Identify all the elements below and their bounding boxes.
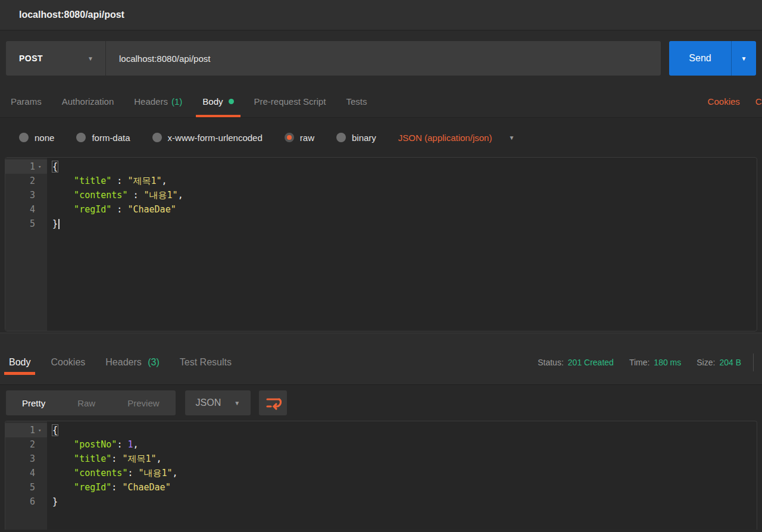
code-token: { [52, 161, 58, 172]
tab-authorization[interactable]: Authorization [52, 86, 124, 117]
response-tab-cookies[interactable]: Cookies [48, 357, 88, 368]
time-badge: Time: 180 ms [629, 358, 681, 367]
tab-params[interactable]: Params [1, 86, 52, 117]
code-line[interactable]: 4 "contents": "내용1", [5, 466, 757, 480]
tab-tests-label: Tests [346, 96, 367, 107]
time-value: 180 ms [654, 358, 681, 367]
fold-caret-icon[interactable]: ▾ [38, 159, 41, 174]
preview-button[interactable]: Preview [111, 390, 175, 415]
code-line[interactable]: 1▾{ [5, 159, 757, 174]
method-dropdown[interactable]: POST ▼ [6, 41, 106, 76]
code-token: "contents" [52, 468, 127, 478]
tab-headers-count: (1) [171, 96, 182, 107]
mode-form-data[interactable]: form-data [76, 133, 130, 143]
code-line[interactable]: 3 "contents" : "내용1", [5, 188, 757, 202]
code-line[interactable]: 3 "title": "제목1", [5, 452, 757, 466]
response-header: Body Cookies Headers (3) Test Results St… [0, 333, 762, 385]
send-options-button[interactable]: ▼ [731, 41, 756, 76]
code-line[interactable]: 2 "title" : "제목1", [5, 174, 757, 188]
code-line[interactable]: 4 "regId" : "ChaeDae" [5, 202, 757, 217]
fold-caret-icon[interactable]: ▾ [38, 423, 41, 437]
send-button[interactable]: Send [669, 41, 731, 76]
line-number[interactable]: 1▾ [5, 159, 47, 174]
body-mode-row: none form-data x-www-form-urlencoded raw… [0, 118, 762, 157]
mode-none[interactable]: none [19, 133, 54, 143]
mode-x-www-form-urlencoded[interactable]: x-www-form-urlencoded [152, 133, 263, 143]
chevron-down-icon: ▼ [88, 55, 93, 62]
size-badge: Size: 204 B [697, 358, 741, 367]
response-tab-test-results[interactable]: Test Results [177, 357, 235, 368]
size-value: 204 B [719, 358, 741, 367]
code-token: , [162, 176, 167, 186]
tab-tests[interactable]: Tests [336, 86, 377, 117]
time-label: Time: [629, 358, 649, 367]
response-toolbar: Pretty Raw Preview JSON ▼ [0, 385, 762, 421]
response-tab-headers[interactable]: Headers (3) [102, 357, 163, 368]
mode-raw-label: raw [300, 133, 314, 143]
code-line[interactable]: 5 "regId": "ChaeDae" [5, 480, 757, 495]
code-token: , [133, 439, 138, 450]
tab-params-label: Params [11, 96, 42, 107]
request-tab-title[interactable]: localhost:8080/api/post [19, 10, 124, 20]
request-code-lines: 1▾{2 "title" : "제목1",3 "contents" : "내용1… [5, 158, 757, 231]
line-number: 2 [5, 174, 47, 188]
raw-button[interactable]: Raw [61, 390, 111, 415]
line-number: 5 [5, 480, 47, 495]
code-token: "postNo" [52, 439, 117, 450]
tab-headers[interactable]: Headers (1) [124, 86, 192, 117]
code-line[interactable]: 2 "postNo": 1, [5, 437, 757, 452]
code-token: : [111, 482, 122, 493]
mode-binary[interactable]: binary [336, 133, 376, 143]
response-tab-cookies-label: Cookies [51, 357, 85, 367]
code-token: } [52, 218, 58, 229]
code-link[interactable]: Co [755, 96, 762, 107]
vertical-divider [753, 353, 754, 371]
code-token: : [111, 176, 127, 186]
radio-icon [152, 133, 162, 142]
response-tabs: Body Cookies Headers (3) Test Results [6, 357, 249, 368]
response-format-label: JSON [196, 398, 221, 408]
tab-body[interactable]: Body [192, 86, 243, 117]
response-tab-body[interactable]: Body [6, 357, 33, 368]
code-token: "ChaeDae" [127, 204, 176, 215]
wrap-lines-button[interactable] [259, 390, 287, 415]
cookies-link[interactable]: Cookies [708, 96, 740, 107]
url-input[interactable] [106, 41, 661, 76]
response-tab-headers-label: Headers [105, 357, 141, 367]
status-value: 201 Created [568, 358, 614, 367]
code-line[interactable]: 5} [5, 217, 757, 231]
response-body-viewer[interactable]: 1▾{2 "postNo": 1,3 "title": "제목1",4 "con… [5, 421, 757, 530]
pretty-button[interactable]: Pretty [6, 390, 61, 415]
code-token: } [52, 496, 58, 507]
line-number: 5 [5, 217, 47, 231]
request-tab-links: Cookies Co [708, 86, 762, 117]
response-format-dropdown[interactable]: JSON ▼ [185, 390, 251, 415]
response-code-lines: 1▾{2 "postNo": 1,3 "title": "제목1",4 "con… [5, 421, 757, 509]
request-body-editor[interactable]: 1▾{2 "title" : "제목1",3 "contents" : "내용1… [5, 157, 757, 331]
code-token: , [178, 190, 183, 201]
chevron-down-icon: ▼ [741, 55, 747, 62]
code-token: "title" [52, 176, 111, 186]
status-badge: Status: 201 Created [538, 358, 614, 367]
text-cursor [58, 219, 60, 229]
chevron-down-icon: ▼ [508, 134, 514, 141]
line-number: 3 [5, 452, 47, 466]
code-token: : [127, 468, 138, 478]
line-number[interactable]: 1▾ [5, 423, 47, 437]
code-token: , [157, 453, 162, 464]
code-line[interactable]: 6} [5, 495, 757, 509]
code-token: "내용1" [144, 190, 178, 201]
content-type-label: JSON (application/json) [398, 133, 492, 143]
response-meta: Status: 201 Created Time: 180 ms Size: 2… [522, 353, 754, 371]
content-type-dropdown[interactable]: JSON (application/json) ▼ [398, 133, 514, 143]
mode-raw[interactable]: raw [285, 133, 314, 143]
code-token: : [111, 453, 122, 464]
code-token: "제목1" [127, 176, 161, 186]
radio-icon [76, 133, 86, 142]
code-token: : [111, 204, 127, 215]
radio-icon [19, 133, 29, 142]
code-line[interactable]: 1▾{ [5, 423, 757, 437]
tab-body-label: Body [202, 96, 223, 107]
chevron-down-icon: ▼ [234, 400, 240, 406]
tab-prerequest-script[interactable]: Pre-request Script [244, 86, 336, 117]
